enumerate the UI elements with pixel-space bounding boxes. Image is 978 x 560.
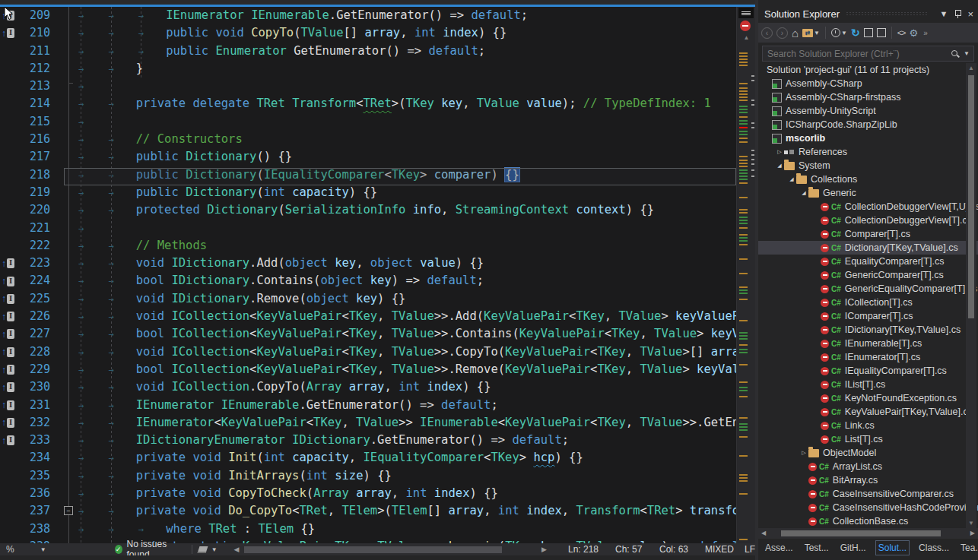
tree-item-icollection-t-cs[interactable]: C#ICollection[T].cs [758,296,978,309]
tree-hscrollbar-thumb[interactable] [781,530,941,536]
tree-item-genericequalitycomparer-t-cs[interactable]: C#GenericEqualityComparer[T].cs [758,282,978,296]
tree-scrollbar-thumb[interactable] [968,75,974,318]
glyph-margin[interactable] [0,201,17,219]
line-number[interactable]: 237 [17,502,58,520]
chevron-down-icon[interactable]: ▼ [211,546,218,553]
glyph-margin[interactable]: ↑I [0,255,17,272]
chevron-down-icon[interactable]: ▼ [964,50,970,57]
glyph-margin[interactable] [0,166,17,184]
tree-vertical-scrollbar[interactable]: ▲ ▼ [966,63,976,528]
code-line[interactable]: 220→→protected Dictionary(SerializationI… [0,201,755,219]
scroll-left-arrow-icon[interactable]: ◀ [761,530,766,536]
tree-item-caseinsensitivecomparer-cs[interactable]: C#CaseInsensitiveComparer.cs [758,487,978,501]
code-line[interactable]: 219→→public Dictionary(int capacity) {} [0,184,755,201]
scroll-left-arrow-icon[interactable]: ◀ [234,546,240,553]
line-number[interactable]: 210 [17,24,58,42]
fold-margin[interactable] [58,343,76,361]
solution-tree[interactable]: Solution 'project-gui' (11 of 11 project… [758,63,978,528]
fold-margin[interactable] [58,95,76,112]
window-position-icon[interactable]: ▼ [940,9,948,18]
line-number[interactable]: 213 [17,78,58,95]
fold-margin[interactable] [58,43,76,60]
tree-item-dictionary-tkey-tvalue-cs[interactable]: C#Dictionary[TKey,TValue].cs [758,241,978,255]
zoom-control[interactable]: % ▼ [0,544,46,555]
fold-margin[interactable] [58,290,76,308]
code-line[interactable]: ↑I225→→void IDictionary.Remove(object ke… [0,290,755,308]
code-line[interactable]: 235→→private void InitArrays(int size) {… [0,467,755,485]
line-number[interactable]: 214 [17,95,58,112]
tree-item-assembly-csharp[interactable]: Assembly-CSharp [758,77,978,90]
fold-margin[interactable] [58,397,76,414]
tool-window-tab-class[interactable]: Class... [916,541,951,555]
tree-item-references[interactable]: ▷References [758,145,978,159]
show-all-files-icon[interactable] [877,26,886,40]
navigate-forward-icon[interactable]: › [776,27,788,39]
collapse-all-icon[interactable] [864,26,873,40]
fold-margin[interactable] [58,272,76,289]
code-line[interactable]: ↑I209→→→IEnumerator IEnumerable.GetEnume… [0,7,755,24]
tree-item-generic[interactable]: ◢Generic [758,186,978,200]
fold-margin[interactable] [58,148,76,166]
tree-item-list-t-cs[interactable]: C#List[T].cs [758,432,978,446]
fold-margin[interactable] [58,166,76,184]
fold-margin[interactable] [58,414,76,432]
line-endings-indicator[interactable]: MIXED [705,544,745,555]
glyph-margin[interactable] [0,131,17,148]
search-icon[interactable] [951,49,960,59]
code-line[interactable]: 221→ [0,220,755,237]
suppress-indicator-icon[interactable] [740,21,751,31]
fold-margin[interactable] [58,201,76,219]
line-number[interactable]: 221 [17,220,58,237]
code-line[interactable]: ↑I226→→void ICollection<KeyValuePair<TKe… [0,308,755,325]
tool-window-tabs[interactable]: Asse...Test...GitH...Solut...Class...Tea… [758,539,978,556]
glyph-margin[interactable] [0,78,17,95]
fold-margin[interactable] [58,113,76,131]
glyph-margin[interactable] [0,467,17,485]
tree-item-link-cs[interactable]: C#Link.cs [758,419,978,432]
horizontal-scrollbar-thumb[interactable] [244,546,503,553]
line-number[interactable]: 236 [17,485,58,502]
tree-item-ienumerator-t-cs[interactable]: C#IEnumerator[T].cs [758,350,978,364]
code-line[interactable]: 222→→// Methods [0,237,755,255]
glyph-margin[interactable] [0,60,17,78]
code-line[interactable]: ↑I227→→bool ICollection<KeyValuePair<TKe… [0,325,755,343]
tree-item-assembly-csharp-firstpass[interactable]: Assembly-CSharp-firstpass [758,90,978,104]
glyph-margin[interactable] [0,538,17,543]
code-line[interactable]: ↑I232→→IEnumerator<KeyValuePair<TKey, TV… [0,414,755,432]
code-line[interactable]: 211→→→public Enumerator GetEnumerator() … [0,43,755,60]
line-number[interactable]: 217 [17,148,58,166]
collapsed-arrow-icon[interactable]: ▷ [775,149,784,155]
tree-item-iequalitycomparer-t-cs[interactable]: C#IEqualityComparer[T].cs [758,364,978,378]
fold-margin[interactable] [58,485,76,502]
code-editor[interactable]: ↑I209→→→IEnumerator IEnumerable.GetEnume… [0,0,755,560]
tree-item-icomparer-t-cs[interactable]: C#IComparer[T].cs [758,309,978,323]
fold-margin[interactable] [58,237,76,255]
fold-collapse-button[interactable]: − [64,506,73,515]
glyph-margin[interactable] [0,148,17,166]
line-number[interactable]: 225 [17,290,58,308]
scroll-up-arrow-icon[interactable]: ▲ [737,34,756,41]
search-box[interactable]: ▼ [762,46,974,62]
tool-window-tab-gith[interactable]: GitH... [838,541,868,555]
fold-margin[interactable] [58,24,76,42]
tool-window-tab-asse[interactable]: Asse... [763,541,795,555]
refresh-icon[interactable]: ↻ [851,26,860,40]
fold-margin[interactable] [58,325,76,343]
code-line[interactable]: 238→→→where TRet : TElem {} [0,520,755,538]
tree-item-collectiondebuggerview-t-cs[interactable]: C#CollectionDebuggerView[T].cs [758,214,978,227]
tree-item-idictionary-tkey-tvalue-cs[interactable]: C#IDictionary[TKey,TValue].cs [758,323,978,337]
glyph-margin[interactable] [0,184,17,201]
properties-wrench-icon[interactable]: ⚙ [910,26,919,40]
collapsed-arrow-icon[interactable]: ▷ [799,450,808,456]
glyph-margin[interactable]: ↑I [0,24,17,42]
fold-margin[interactable] [58,467,76,485]
glyph-margin[interactable]: ↑I [0,397,17,414]
sync-with-active-document-icon[interactable]: ⇄▼ [802,26,820,40]
code-line[interactable]: 215→ [0,113,755,131]
search-input[interactable] [763,49,951,59]
line-number[interactable]: 219 [17,184,58,201]
fold-margin[interactable] [58,7,76,24]
glyph-margin[interactable]: ↑I [0,343,17,361]
line-number[interactable]: 227 [17,325,58,343]
navigate-back-icon[interactable]: ‹ [761,27,773,39]
